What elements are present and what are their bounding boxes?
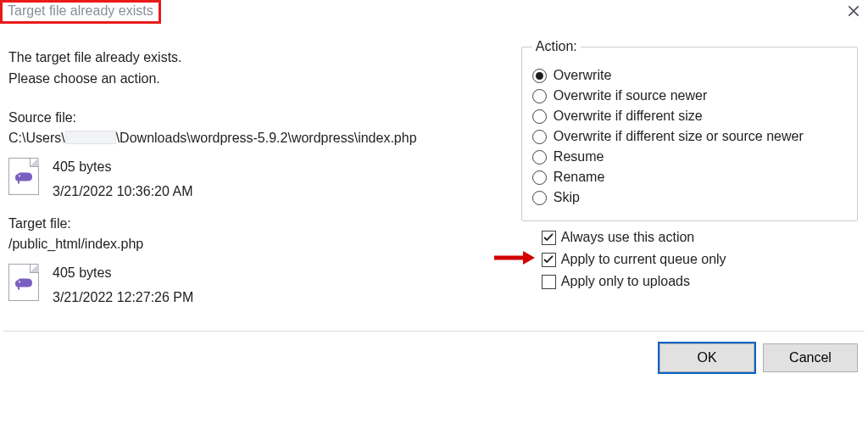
- radio-overwrite[interactable]: Overwrite: [532, 68, 847, 83]
- checkbox-icon[interactable]: [542, 253, 556, 267]
- source-label: Source file:: [8, 110, 498, 125]
- radio-label: Overwrite: [554, 68, 611, 83]
- radio-label: Skip: [554, 190, 580, 205]
- source-file-row: 405 bytes 3/21/2022 10:36:20 AM: [8, 154, 498, 204]
- radio-overwrite-size[interactable]: Overwrite if different size: [532, 109, 847, 124]
- target-file-meta: 405 bytes 3/21/2022 12:27:26 PM: [53, 260, 193, 310]
- source-file-meta: 405 bytes 3/21/2022 10:36:20 AM: [53, 154, 192, 204]
- svg-marker-3: [523, 251, 535, 265]
- radio-icon[interactable]: [532, 69, 547, 83]
- source-path-prefix: C:\Users\: [8, 131, 65, 145]
- php-file-icon: [8, 260, 41, 303]
- radio-icon[interactable]: [532, 109, 547, 124]
- source-path-redacted: [65, 131, 116, 144]
- radio-icon[interactable]: [532, 150, 547, 165]
- titlebar: Target file already exists: [0, 0, 868, 22]
- svg-point-1: [19, 281, 20, 282]
- left-column: The target file already exists. Please c…: [5, 39, 504, 322]
- target-path: /public_html/index.php: [8, 237, 498, 252]
- svg-point-0: [19, 175, 20, 176]
- message-line1: The target file already exists.: [8, 47, 498, 69]
- radio-label: Overwrite if different size or source ne…: [554, 129, 804, 144]
- radio-resume[interactable]: Resume: [532, 149, 847, 165]
- divider: [3, 331, 865, 332]
- arrow-icon: [492, 249, 535, 270]
- radio-overwrite-size-newer[interactable]: Overwrite if different size or source ne…: [532, 129, 847, 144]
- check-always[interactable]: Always use this action: [521, 230, 858, 245]
- target-mtime: 3/21/2022 12:27:26 PM: [53, 285, 193, 310]
- ok-button[interactable]: OK: [659, 343, 754, 372]
- source-mtime: 3/21/2022 10:36:20 AM: [53, 179, 192, 204]
- source-path-suffix: \Downloads\wordpress-5.9.2\wordpress\ind…: [116, 131, 417, 145]
- message-text: The target file already exists. Please c…: [8, 47, 498, 90]
- radio-icon[interactable]: [532, 170, 547, 185]
- dialog-body: The target file already exists. Please c…: [0, 22, 868, 322]
- radio-rename[interactable]: Rename: [532, 170, 847, 185]
- footer: OK Cancel: [0, 340, 868, 379]
- target-size: 405 bytes: [53, 260, 193, 286]
- target-file-row: 405 bytes 3/21/2022 12:27:26 PM: [8, 260, 498, 310]
- close-icon[interactable]: [846, 3, 861, 19]
- action-group: Action: Overwrite Overwrite if source ne…: [521, 39, 858, 221]
- php-file-icon: [8, 154, 41, 197]
- check-label: Always use this action: [561, 230, 694, 245]
- radio-skip[interactable]: Skip: [532, 190, 847, 205]
- source-size: 405 bytes: [53, 154, 192, 180]
- radio-label: Rename: [554, 170, 604, 185]
- target-label: Target file:: [8, 216, 498, 231]
- radio-label: Overwrite if source newer: [554, 88, 707, 103]
- action-legend: Action:: [532, 39, 581, 54]
- dialog-title: Target file already exists: [0, 0, 161, 24]
- radio-label: Overwrite if different size: [554, 109, 703, 124]
- check-label: Apply to current queue only: [561, 252, 726, 267]
- dialog-window: Target file already exists The target fi…: [0, 0, 868, 435]
- cancel-button[interactable]: Cancel: [763, 343, 858, 372]
- radio-overwrite-newer[interactable]: Overwrite if source newer: [532, 88, 847, 103]
- source-path: C:\Users\\Downloads\wordpress-5.9.2\word…: [8, 131, 498, 146]
- check-uploads-only[interactable]: Apply only to uploads: [521, 274, 858, 289]
- checkbox-icon[interactable]: [542, 231, 556, 245]
- radio-icon[interactable]: [532, 89, 547, 103]
- right-column: Action: Overwrite Overwrite if source ne…: [504, 39, 863, 322]
- checkbox-icon[interactable]: [542, 275, 556, 289]
- radio-icon[interactable]: [532, 130, 547, 144]
- radio-icon[interactable]: [532, 191, 547, 205]
- message-line2: Please choose an action.: [8, 69, 498, 90]
- check-label: Apply only to uploads: [561, 274, 690, 289]
- radio-label: Resume: [554, 149, 604, 165]
- check-queue-only[interactable]: Apply to current queue only: [521, 252, 858, 267]
